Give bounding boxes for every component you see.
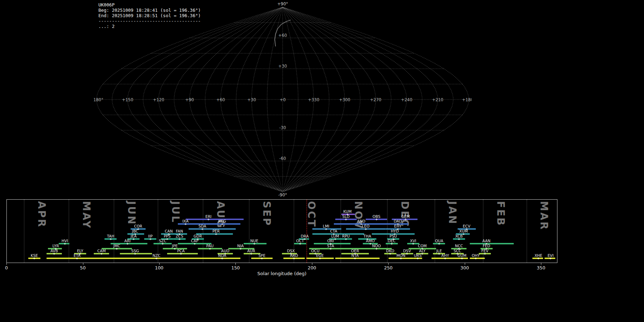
sky-lon-label: +180° [462,97,472,102]
shower-label-dec: DEC [388,239,396,243]
shower-bar-ohy [470,258,485,259]
month-label-sep: SEP [261,201,273,227]
sky-lon-label: +330 [308,97,319,102]
month-gridline [69,200,69,263]
shower-label-avb: AVB [50,249,58,253]
x-tick-label: 200 [308,265,316,270]
month-gridline [114,200,114,263]
shower-label-aan: AAN [482,239,491,243]
shower-label-obs: OBS [372,215,380,218]
sky-map: +180°+150+120+90+60+30+0+330+300+270+240… [94,1,472,197]
month-label-jun: JUN [126,201,137,226]
shower-label-per: PER [213,229,220,233]
shower-label-fed: FED [483,244,490,248]
shower-label-fan: FAN [176,229,183,233]
sky-lon-label: +180° [94,97,103,102]
shower-label-psu: PSU [390,234,397,238]
month-label-jul: JUL [170,201,181,224]
shower-label-xvi: XVI [410,239,416,243]
sky-lat-label: -60 [279,156,286,161]
month-gridline [24,200,24,263]
shower-label-scc: SCC [454,249,461,253]
shower-label-ncc: NCC [455,244,463,248]
shower-label-ege: EGE [316,254,323,257]
x-tick [235,263,236,265]
month-label-may: MAY [80,201,92,229]
month-gridline [341,200,341,263]
shower-label-ori: ORI [327,239,334,243]
sky-lon-label: +60 [216,97,225,102]
shower-label-pca: PCA [177,249,185,253]
shower-label-nia: NIA [237,244,244,248]
shower-label-sld: SLD [342,215,350,218]
x-axis-title: Solar longitude (deg) [257,271,306,276]
shower-label-amo: AMO [366,239,375,243]
shower-label-szc: SZC [159,239,166,243]
x-tick [312,263,312,265]
shower-label-lum: LUM [331,234,339,238]
shower-label-nda: NDA [218,254,226,257]
shower-label-ard: ARD [290,254,298,257]
shower-label-jbc: JBC [132,229,138,233]
sky-lon-label: +0 [280,97,286,102]
shower-bar-nta [335,258,380,259]
x-tick [541,263,541,265]
sky-lon-label: +120 [153,97,165,102]
sky-lon-label: +90 [185,97,194,102]
x-tick [159,263,160,265]
shower-label-cam: CAM [97,249,106,253]
shower-bar-eta [47,258,121,259]
shower-label-cta: CTA [330,229,337,233]
shower-label-sda: SDA [199,224,206,228]
shower-label-leo: LEO [362,224,370,228]
month-label-apr: APR [36,201,48,228]
shower-label-and: AND [357,219,365,223]
month-label-feb: FEB [495,201,507,227]
shower-label-ecv: ECV [463,224,470,228]
shower-label-jle: JLE [436,249,442,253]
sky-lon-label: +30 [247,97,256,102]
shower-label-jpe: JPE [172,244,178,248]
shower-label-iip: IIP [148,234,153,238]
shower-label-aur: AUR [247,249,255,253]
x-tick-label: 350 [537,265,545,270]
sky-pole-bottom-label: -90° [278,192,287,197]
shower-label-kum: KUM [343,210,351,213]
shower-label-dkd: DKD [386,249,394,253]
shower-label-xcb: XCB [455,234,463,238]
sky-lat-label: -30 [279,125,286,130]
x-tick-label: 100 [155,265,164,270]
sky-lon-label: +150 [122,97,133,102]
month-label-mar: MAR [538,201,550,231]
sky-pole-top-label: +90° [277,1,288,6]
shower-label-oer: OER [351,249,359,253]
shower-label-ehy: EHY [394,224,402,228]
shower-label-fev: FEV [481,249,488,253]
activity-timeline-panel: APRMAYJUNJULAUGSEPOCTNOVDECJANFEBMAR+KUM… [6,199,557,263]
shower-label-jmc: JMC [113,244,121,248]
x-tick-label: 0 [5,265,8,270]
shower-label-dsv: DSV [403,249,411,253]
shower-bar-pca [167,253,197,254]
sky-lon-label: +300 [339,97,351,102]
shower-label-gem: GEM [401,215,410,218]
shower-label-dad: DAD [394,219,402,223]
shower-label-ahy: AHY [441,254,449,257]
shower-label-nue: NUE [250,239,258,243]
x-tick [6,263,7,265]
shower-label-eri: ERI [205,215,211,218]
shower-label-rpu: RPU [342,234,350,238]
shower-label-gum: GUM [458,254,467,257]
shower-label-noo: NOO [372,244,381,248]
x-tick [388,263,389,265]
shower-label-tah: TAH [107,234,114,238]
shower-label-cap: CAP [191,239,199,243]
shower-label-ari: ARI [125,239,131,243]
shower-label-aly: ALY [419,249,425,253]
month-label-aug: AUG [215,201,226,229]
shower-label-com: COM [418,244,427,248]
shower-label-hvi: HVI [62,239,68,243]
shower-label-dra: DRA [301,234,308,238]
shower-label-ixa: IXA [182,219,189,223]
x-tick-label: 250 [384,265,392,270]
